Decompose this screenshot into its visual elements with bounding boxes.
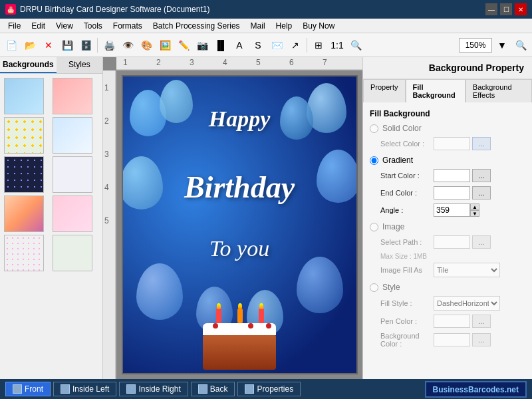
path-picker-btn[interactable]: ... bbox=[472, 235, 491, 249]
bg-color-label: Background Color : bbox=[380, 332, 434, 348]
max-size-note: Max Size : 1MB bbox=[370, 253, 525, 260]
bg-thumb-2[interactable] bbox=[53, 78, 92, 114]
maximize-button[interactable]: ☐ bbox=[500, 3, 512, 15]
open-button[interactable]: 📂 bbox=[21, 37, 39, 54]
image-row[interactable]: Image bbox=[370, 222, 525, 231]
bg-color-btn[interactable]: ... bbox=[472, 333, 491, 346]
bg-thumb-6[interactable] bbox=[53, 156, 92, 193]
pen-color-btn[interactable]: ... bbox=[472, 315, 491, 328]
menu-view[interactable]: View bbox=[51, 20, 78, 32]
save-button[interactable]: 💾 bbox=[59, 37, 76, 54]
style-radio[interactable] bbox=[370, 283, 378, 292]
tab-property[interactable]: Property bbox=[363, 79, 406, 102]
solid-color-radio[interactable] bbox=[370, 124, 378, 133]
menu-mail[interactable]: Mail bbox=[245, 20, 271, 32]
menu-buynow[interactable]: Buy Now bbox=[297, 20, 340, 32]
bg-thumb-10[interactable] bbox=[53, 235, 92, 271]
grid-button[interactable]: ⊞ bbox=[310, 37, 327, 54]
solid-color-input[interactable] bbox=[434, 137, 470, 150]
bg-thumb-1[interactable] bbox=[4, 78, 44, 114]
menu-file[interactable]: File bbox=[3, 20, 26, 32]
shapes-button[interactable]: S bbox=[249, 37, 267, 54]
tab-background-effects[interactable]: Background Effects bbox=[466, 79, 532, 102]
image-fill-select[interactable]: Tile bbox=[434, 263, 500, 277]
fill-style-select[interactable]: DashedHorizontal bbox=[434, 296, 500, 311]
bg-thumb-4[interactable] bbox=[53, 117, 92, 154]
angle-input[interactable]: 359 bbox=[434, 203, 470, 217]
back-icon bbox=[198, 384, 207, 394]
tab-styles[interactable]: Styles bbox=[57, 57, 102, 73]
tab-backgrounds[interactable]: Backgrounds bbox=[0, 57, 57, 73]
menu-edit[interactable]: Edit bbox=[26, 20, 51, 32]
tab-back[interactable]: Back bbox=[191, 382, 235, 396]
end-color-input[interactable] bbox=[434, 186, 470, 200]
bg-thumb-8[interactable] bbox=[53, 196, 92, 232]
pen-color-label: Pen Color : bbox=[380, 317, 434, 325]
right-panel-title: Background Property bbox=[363, 57, 532, 79]
menu-tools[interactable]: Tools bbox=[78, 20, 108, 32]
bg-thumb-3[interactable] bbox=[4, 117, 44, 154]
sep1 bbox=[97, 38, 98, 53]
svg-text:4: 4 bbox=[223, 58, 227, 67]
angle-up-button[interactable]: ▲ bbox=[470, 203, 479, 210]
cursor-button[interactable]: ↗ bbox=[287, 37, 304, 54]
save-all-button[interactable]: 🗄️ bbox=[77, 37, 94, 54]
bottom-bar: Front Inside Left Inside Right Back Prop… bbox=[0, 379, 532, 399]
toolbar: 📄 📂 ✕ 💾 🗄️ 🖨️ 👁️ 🎨 🖼️ ✏️ 📷 ▐▌ A S ✉️ ↗ ⊞… bbox=[0, 33, 532, 57]
tab-inside-right[interactable]: Inside Right bbox=[119, 382, 188, 396]
menu-batch[interactable]: Batch Processing Series bbox=[148, 20, 245, 32]
new-button[interactable]: 📄 bbox=[3, 37, 20, 54]
zoom-out-button[interactable]: 🔍 bbox=[512, 37, 529, 54]
zoom-dropdown-button[interactable]: ▼ bbox=[493, 37, 511, 54]
gradient-row[interactable]: Gradient bbox=[370, 156, 525, 165]
tab-inside-left[interactable]: Inside Left bbox=[53, 382, 116, 396]
start-color-label: Start Color : bbox=[380, 172, 434, 180]
select-path-row: Select Path : ... bbox=[370, 235, 525, 249]
menu-formats[interactable]: Formats bbox=[108, 20, 148, 32]
bg-thumb-7[interactable] bbox=[4, 196, 44, 232]
ratio-button[interactable]: 1:1 bbox=[329, 37, 346, 54]
barcode-button[interactable]: ▐▌ bbox=[212, 37, 229, 54]
start-color-picker-btn[interactable]: ... bbox=[472, 169, 491, 182]
close-doc-button[interactable]: ✕ bbox=[40, 37, 57, 54]
tab-properties[interactable]: Properties bbox=[237, 382, 301, 396]
angle-down-button[interactable]: ▼ bbox=[470, 210, 479, 217]
gradient-radio[interactable] bbox=[370, 156, 378, 165]
bg-thumb-5[interactable] bbox=[4, 156, 44, 193]
bg-thumb-9[interactable] bbox=[4, 235, 44, 271]
bg-color-input[interactable] bbox=[434, 333, 470, 346]
end-color-picker-btn[interactable]: ... bbox=[472, 186, 491, 200]
card-text2: Birthday bbox=[123, 170, 356, 205]
ruler-left: 1 2 3 4 5 bbox=[103, 70, 116, 379]
titlebar-controls[interactable]: — ☐ ✕ bbox=[485, 3, 527, 15]
svg-text:3: 3 bbox=[190, 58, 194, 67]
card-canvas[interactable]: Happy Birthday To you bbox=[122, 75, 358, 374]
image-button[interactable]: 🖼️ bbox=[156, 37, 174, 54]
color-button[interactable]: 🎨 bbox=[138, 37, 155, 54]
zoom-box: 150% ▼ 🔍 bbox=[459, 37, 529, 54]
minimize-button[interactable]: — bbox=[485, 3, 497, 15]
zoom-input[interactable]: 150% bbox=[459, 38, 492, 53]
mail-button[interactable]: ✉️ bbox=[268, 37, 285, 54]
solid-color-picker-btn[interactable]: ... bbox=[472, 137, 491, 150]
bg-color-row: Background Color : ... bbox=[370, 332, 525, 348]
start-color-row: Start Color : ... bbox=[370, 169, 525, 182]
image-radio[interactable] bbox=[370, 223, 378, 231]
tab-front[interactable]: Front bbox=[5, 382, 51, 396]
start-color-input[interactable] bbox=[434, 169, 470, 182]
sep2 bbox=[307, 38, 307, 53]
pen-color-input[interactable] bbox=[434, 315, 470, 328]
solid-color-row[interactable]: Solid Color bbox=[370, 124, 525, 133]
text-button[interactable]: A bbox=[231, 37, 248, 54]
pen-button[interactable]: ✏️ bbox=[175, 37, 192, 54]
preview-button[interactable]: 👁️ bbox=[119, 37, 136, 54]
app-icon: 🎂 bbox=[5, 4, 16, 15]
tab-fill-background[interactable]: Fill Background bbox=[406, 79, 466, 102]
print-button[interactable]: 🖨️ bbox=[100, 37, 118, 54]
path-input[interactable] bbox=[434, 235, 470, 249]
photo-button[interactable]: 📷 bbox=[194, 37, 211, 54]
zoom-in-button[interactable]: 🔍 bbox=[347, 37, 364, 54]
menu-help[interactable]: Help bbox=[271, 20, 298, 32]
close-button[interactable]: ✕ bbox=[515, 3, 527, 15]
style-row[interactable]: Style bbox=[370, 283, 525, 292]
